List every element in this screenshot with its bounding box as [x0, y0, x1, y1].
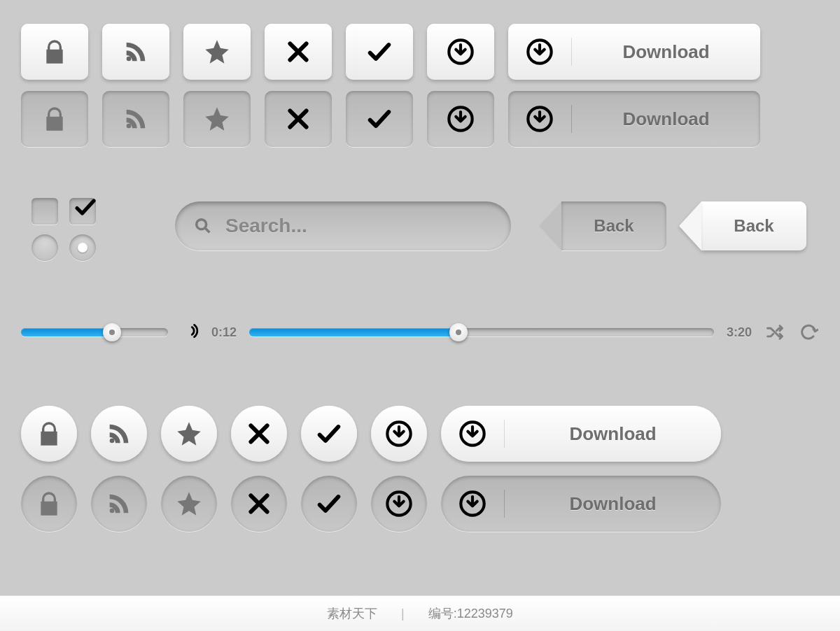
lock-icon: [41, 105, 69, 133]
download-arrow-icon: [458, 490, 486, 518]
star-button-pressed[interactable]: [161, 476, 217, 532]
rss-button[interactable]: [102, 24, 169, 80]
star-icon: [203, 38, 231, 66]
round-button-row-light: Download: [21, 406, 721, 462]
download-arrow-icon: [526, 105, 554, 133]
back-label: Back: [594, 216, 634, 236]
close-icon: [284, 38, 312, 66]
search-input[interactable]: Search...: [175, 201, 511, 250]
lock-button[interactable]: [21, 406, 77, 462]
download-button[interactable]: Download: [508, 24, 760, 80]
rss-icon: [122, 38, 150, 66]
close-icon: [245, 420, 273, 448]
repeat-button[interactable]: [798, 322, 819, 343]
star-button[interactable]: [161, 406, 217, 462]
shuffle-button[interactable]: [764, 322, 785, 343]
progress-slider[interactable]: [249, 328, 714, 336]
download-icon-button[interactable]: [427, 24, 494, 80]
download-arrow-icon: [385, 490, 413, 518]
square-button-row-light: Download: [21, 24, 760, 80]
check-button[interactable]: [301, 406, 357, 462]
progress-fill: [249, 328, 458, 336]
footer-item-id: 12239379: [457, 607, 513, 621]
search-placeholder: Search...: [225, 215, 307, 237]
download-icon-button-pressed[interactable]: [427, 91, 494, 147]
close-button-pressed[interactable]: [231, 476, 287, 532]
lock-icon: [35, 420, 63, 448]
footer-bar: 素材天下 | 编号:12239379: [0, 595, 840, 631]
lock-button[interactable]: [21, 24, 88, 80]
rss-icon: [105, 420, 133, 448]
checkbox-checked[interactable]: [69, 198, 96, 225]
back-button-raised[interactable]: Back: [679, 201, 806, 250]
footer-item: 编号:12239379: [428, 605, 513, 622]
star-button-pressed[interactable]: [183, 91, 251, 147]
footer-source: 素材天下: [327, 605, 377, 622]
round-button-row-pressed: Download: [21, 476, 721, 532]
radio-selected[interactable]: [69, 234, 96, 261]
close-icon: [284, 105, 312, 133]
check-icon: [315, 420, 343, 448]
rss-icon: [122, 105, 150, 133]
back-button-inset[interactable]: Back: [539, 201, 666, 250]
download-button[interactable]: Download: [441, 406, 721, 462]
repeat-icon: [799, 322, 818, 342]
square-button-row-pressed: Download: [21, 91, 760, 147]
time-elapsed: 0:12: [211, 325, 237, 340]
search-icon: [193, 216, 213, 236]
lock-icon: [41, 38, 69, 66]
download-arrow-icon: [458, 420, 486, 448]
lock-icon: [35, 490, 63, 518]
slider-thumb[interactable]: [103, 323, 121, 341]
check-icon: [365, 38, 393, 66]
download-arrow-icon: [526, 38, 554, 66]
check-icon: [365, 105, 393, 133]
star-button[interactable]: [183, 24, 251, 80]
star-icon: [175, 420, 203, 448]
rss-button-pressed[interactable]: [91, 476, 147, 532]
volume-fill: [21, 328, 112, 336]
player-controls: 0:12 3:20: [21, 315, 819, 350]
shuffle-icon: [765, 322, 785, 342]
check-button-pressed[interactable]: [346, 91, 413, 147]
back-arrow-icon: [539, 201, 561, 250]
download-button-label: Download: [572, 108, 760, 130]
download-arrow-icon: [447, 38, 475, 66]
download-button-label: Download: [505, 423, 721, 445]
download-icon-button[interactable]: [371, 406, 427, 462]
download-arrow-icon: [447, 105, 475, 133]
check-icon: [315, 490, 343, 518]
toggle-group: [31, 198, 122, 271]
rss-icon: [105, 490, 133, 518]
check-button[interactable]: [346, 24, 413, 80]
close-button[interactable]: [231, 406, 287, 462]
check-button-pressed[interactable]: [301, 476, 357, 532]
radio-unselected[interactable]: [31, 234, 58, 261]
rss-button-pressed[interactable]: [102, 91, 169, 147]
close-button[interactable]: [265, 24, 332, 80]
time-total: 3:20: [727, 325, 752, 340]
download-icon-button-pressed[interactable]: [371, 476, 427, 532]
rss-button[interactable]: [91, 406, 147, 462]
footer-item-prefix: 编号: [428, 607, 454, 621]
volume-slider[interactable]: [21, 328, 168, 336]
lock-button-pressed[interactable]: [21, 476, 77, 532]
star-icon: [175, 490, 203, 518]
close-icon: [245, 490, 273, 518]
download-arrow-icon: [385, 420, 413, 448]
download-button-label: Download: [505, 493, 721, 515]
volume-icon: [181, 322, 199, 343]
radio-dot: [78, 243, 88, 253]
back-label: Back: [734, 216, 774, 236]
close-button-pressed[interactable]: [265, 91, 332, 147]
slider-thumb[interactable]: [449, 323, 468, 341]
checkbox-unchecked[interactable]: [31, 198, 58, 225]
check-icon: [73, 194, 98, 220]
lock-button-pressed[interactable]: [21, 91, 88, 147]
back-arrow-icon: [679, 201, 701, 250]
footer-separator: |: [401, 607, 405, 621]
download-button-pressed[interactable]: Download: [441, 476, 721, 532]
star-icon: [203, 105, 231, 133]
download-button-pressed[interactable]: Download: [508, 91, 760, 147]
download-button-label: Download: [572, 41, 760, 63]
